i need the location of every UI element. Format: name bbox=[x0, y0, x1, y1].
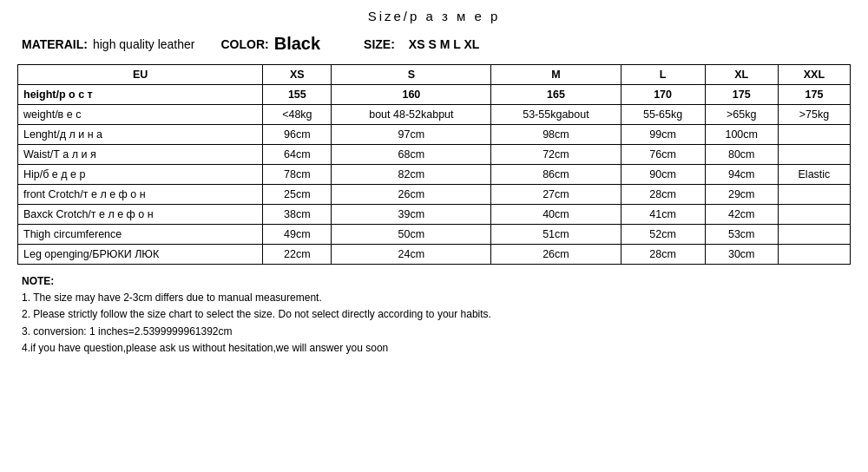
table-cell: bout 48-52kabput bbox=[332, 105, 491, 125]
table-cell: 82cm bbox=[332, 165, 491, 185]
table-cell: 97cm bbox=[332, 125, 491, 145]
table-cell: 27cm bbox=[491, 185, 621, 205]
table-cell bbox=[778, 185, 850, 205]
notes-section: NOTE: 1. The size may have 2-3cm differs… bbox=[17, 273, 851, 357]
table-cell bbox=[778, 245, 850, 265]
col-header-xl: XL bbox=[705, 65, 778, 85]
table-cell: 26cm bbox=[491, 245, 621, 265]
table-row: Baxck Crotch/т е л е ф о н38cm39cm40cm41… bbox=[18, 205, 851, 225]
table-cell: Waist/Т а л и я bbox=[18, 145, 263, 165]
table-cell: 175 bbox=[705, 85, 778, 105]
table-cell: 25cm bbox=[263, 185, 332, 205]
color-value: Black bbox=[274, 34, 320, 54]
notes-title: NOTE: bbox=[22, 275, 54, 287]
col-header-xs: XS bbox=[263, 65, 332, 85]
col-header-xxl: XXL bbox=[778, 65, 850, 85]
table-cell: >75kg bbox=[778, 105, 850, 125]
table-cell: 90cm bbox=[621, 165, 705, 185]
note-item: 2. Please strictly follow the size chart… bbox=[22, 306, 851, 323]
table-cell: 165 bbox=[491, 85, 621, 105]
table-cell: 100cm bbox=[705, 125, 778, 145]
table-cell: 94cm bbox=[705, 165, 778, 185]
page: Size/р а з м е р MATERAIL: high quality … bbox=[0, 0, 868, 472]
table-cell: 52cm bbox=[621, 225, 705, 245]
col-header-l: L bbox=[621, 65, 705, 85]
table-row: Hip/б е д е р78cm82cm86cm90cm94cmElastic bbox=[18, 165, 851, 185]
table-cell: >65kg bbox=[705, 105, 778, 125]
table-cell: 86cm bbox=[491, 165, 621, 185]
table-cell: 78cm bbox=[263, 165, 332, 185]
table-cell: 40cm bbox=[491, 205, 621, 225]
table-cell: Thigh circumference bbox=[18, 225, 263, 245]
table-cell: 42cm bbox=[705, 205, 778, 225]
table-cell: 98cm bbox=[491, 125, 621, 145]
color-label: COLOR: bbox=[220, 37, 268, 51]
table-cell: Leg openging/БРЮКИ ЛЮК bbox=[18, 245, 263, 265]
table-cell bbox=[778, 205, 850, 225]
table-cell: 68cm bbox=[332, 145, 491, 165]
table-cell: 26cm bbox=[332, 185, 491, 205]
table-cell: height/р о с т bbox=[18, 85, 263, 105]
table-cell: 28cm bbox=[621, 245, 705, 265]
table-cell: Lenght/д л и н а bbox=[18, 125, 263, 145]
table-cell: 80cm bbox=[705, 145, 778, 165]
size-table: EU XS S M L XL XXL height/р о с т1551601… bbox=[17, 64, 851, 265]
table-cell: 160 bbox=[332, 85, 491, 105]
table-cell: <48kg bbox=[263, 105, 332, 125]
note-item: 4.if you have question,please ask us wit… bbox=[22, 340, 851, 357]
table-cell: Hip/б е д е р bbox=[18, 165, 263, 185]
table-cell: 175 bbox=[778, 85, 850, 105]
table-row: Thigh circumference49cm50cm51cm52cm53cm bbox=[18, 225, 851, 245]
table-cell bbox=[778, 145, 850, 165]
table-cell: 51cm bbox=[491, 225, 621, 245]
table-row: Lenght/д л и н а96cm97cm98cm99cm100cm bbox=[18, 125, 851, 145]
table-cell: 72cm bbox=[491, 145, 621, 165]
table-cell: Elastic bbox=[778, 165, 850, 185]
table-cell: 99cm bbox=[621, 125, 705, 145]
table-cell: 22cm bbox=[263, 245, 332, 265]
material-label: MATERAIL: bbox=[22, 37, 88, 51]
page-title: Size/р а з м е р bbox=[17, 9, 851, 23]
table-cell: 64cm bbox=[263, 145, 332, 165]
table-cell: 24cm bbox=[332, 245, 491, 265]
size-value: XS S M L XL bbox=[409, 37, 479, 51]
product-info-header: MATERAIL: high quality leather COLOR: Bl… bbox=[17, 34, 851, 54]
table-cell: 49cm bbox=[263, 225, 332, 245]
col-header-m: M bbox=[491, 65, 621, 85]
table-header-row: EU XS S M L XL XXL bbox=[18, 65, 851, 85]
table-cell: 76cm bbox=[621, 145, 705, 165]
col-header-s: S bbox=[332, 65, 491, 85]
material-value: high quality leather bbox=[93, 37, 195, 51]
table-cell: front Crotch/т е л е ф о н bbox=[18, 185, 263, 205]
table-cell: 50cm bbox=[332, 225, 491, 245]
table-cell: weight/в е с bbox=[18, 105, 263, 125]
note-item: 3. conversion: 1 inches=2.5399999961392c… bbox=[22, 324, 851, 340]
table-cell: 170 bbox=[621, 85, 705, 105]
table-cell: 53-55kgabout bbox=[491, 105, 621, 125]
table-row: Waist/Т а л и я64cm68cm72cm76cm80cm bbox=[18, 145, 851, 165]
table-cell: 53cm bbox=[705, 225, 778, 245]
table-cell bbox=[778, 225, 850, 245]
table-row: weight/в е с<48kgbout 48-52kabput53-55kg… bbox=[18, 105, 851, 125]
table-cell: 96cm bbox=[263, 125, 332, 145]
table-cell: 29cm bbox=[705, 185, 778, 205]
table-cell: 55-65kg bbox=[621, 105, 705, 125]
table-cell: 38cm bbox=[263, 205, 332, 225]
size-label: SIZE: bbox=[364, 37, 395, 51]
table-row: height/р о с т155160165170175175 bbox=[18, 85, 851, 105]
col-header-eu: EU bbox=[18, 65, 263, 85]
table-cell: 155 bbox=[263, 85, 332, 105]
table-cell: Baxck Crotch/т е л е ф о н bbox=[18, 205, 263, 225]
table-cell: 28cm bbox=[621, 185, 705, 205]
table-cell: 30cm bbox=[705, 245, 778, 265]
note-item: 1. The size may have 2-3cm differs due t… bbox=[22, 290, 851, 306]
table-cell: 39cm bbox=[332, 205, 491, 225]
table-cell: 41cm bbox=[621, 205, 705, 225]
table-row: Leg openging/БРЮКИ ЛЮК22cm24cm26cm28cm30… bbox=[18, 245, 851, 265]
table-cell bbox=[778, 125, 850, 145]
table-row: front Crotch/т е л е ф о н25cm26cm27cm28… bbox=[18, 185, 851, 205]
